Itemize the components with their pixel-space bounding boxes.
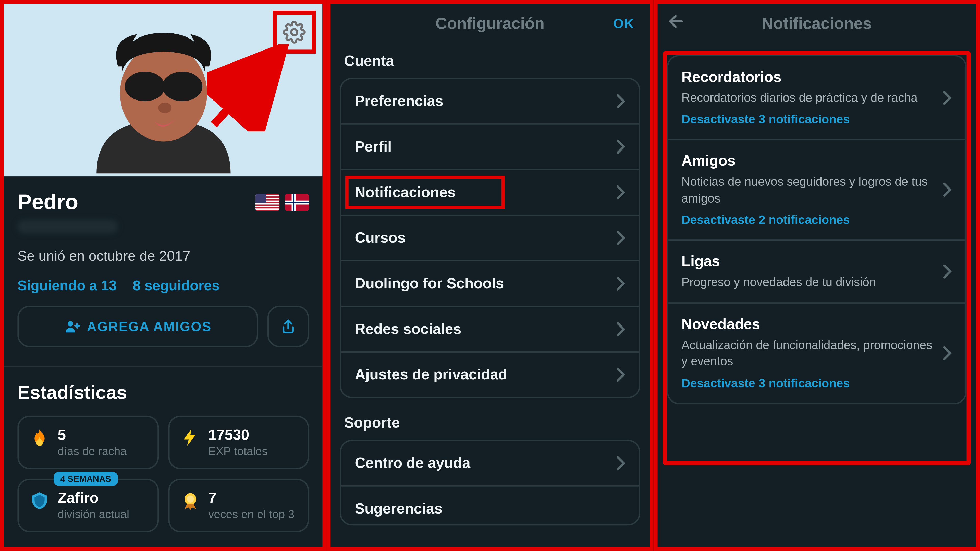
notif-desc: Recordatorios diarios de práctica y de r… bbox=[681, 90, 933, 106]
notif-status: Desactivaste 3 notificaciones bbox=[681, 376, 933, 391]
stat-top3[interactable]: 7veces en el top 3 bbox=[168, 478, 309, 532]
stat-label: veces en el top 3 bbox=[208, 508, 294, 522]
row-label: Centro de ayuda bbox=[355, 454, 616, 472]
avatar bbox=[69, 19, 257, 176]
medal-icon bbox=[180, 491, 200, 511]
chevron-right-icon bbox=[616, 185, 625, 200]
row-preferences[interactable]: Preferencias bbox=[342, 79, 638, 123]
divider bbox=[4, 366, 323, 367]
section-account-label: Cuenta bbox=[331, 43, 649, 78]
svg-point-20 bbox=[67, 321, 73, 327]
row-profile[interactable]: Perfil bbox=[342, 124, 638, 169]
stat-value: 17530 bbox=[208, 426, 268, 444]
notif-status: Desactivaste 3 notificaciones bbox=[681, 113, 933, 127]
stats-heading: Estadísticas bbox=[18, 382, 309, 403]
notif-row-reminders[interactable]: Recordatorios Recordatorios diarios de p… bbox=[668, 56, 965, 139]
notif-row-news[interactable]: Novedades Actualización de funcionalidad… bbox=[668, 303, 965, 403]
notif-status: Desactivaste 2 notificaciones bbox=[681, 213, 933, 227]
notif-row-leagues[interactable]: Ligas Progreso y novedades de tu divisió… bbox=[668, 239, 965, 303]
notif-title: Ligas bbox=[681, 252, 933, 270]
row-courses[interactable]: Cursos bbox=[342, 214, 638, 260]
row-schools[interactable]: Duolingo for Schools bbox=[342, 260, 638, 306]
row-label: Preferencias bbox=[355, 93, 616, 110]
svg-rect-12 bbox=[256, 205, 280, 206]
chevron-right-icon bbox=[616, 140, 625, 154]
stat-league[interactable]: 4 SEMANAS Zafirodivisión actual bbox=[18, 478, 159, 532]
row-label: Duolingo for Schools bbox=[355, 275, 616, 292]
chevron-right-icon bbox=[942, 264, 952, 279]
chevron-right-icon bbox=[616, 276, 625, 291]
svg-rect-14 bbox=[256, 193, 266, 203]
stat-label: días de racha bbox=[58, 445, 127, 459]
notif-desc: Noticias de nuevos seguidores y logros d… bbox=[681, 174, 933, 206]
user-name: Pedro bbox=[18, 190, 78, 214]
row-label: Redes sociales bbox=[355, 321, 616, 338]
gear-icon bbox=[283, 21, 306, 43]
chevron-right-icon bbox=[616, 456, 625, 471]
add-friends-button[interactable]: AGREGA AMIGOS bbox=[18, 306, 258, 347]
notifications-card: Recordatorios Recordatorios diarios de p… bbox=[667, 55, 967, 404]
row-label: Notificaciones bbox=[355, 184, 616, 201]
shield-icon bbox=[30, 491, 50, 511]
row-label: Sugerencias bbox=[355, 500, 625, 517]
username-handle-blurred bbox=[18, 220, 118, 233]
stat-value: 7 bbox=[208, 489, 294, 507]
league-badge: 4 SEMANAS bbox=[54, 472, 118, 486]
svg-rect-11 bbox=[256, 203, 280, 204]
following-link[interactable]: Siguiendo a 13 bbox=[18, 278, 117, 293]
support-card: Centro de ayuda Sugerencias bbox=[340, 440, 640, 526]
followers-link[interactable]: 8 seguidores bbox=[133, 278, 220, 293]
chevron-right-icon bbox=[616, 94, 625, 109]
account-card: Preferencias Perfil Notificaciones Curso… bbox=[340, 78, 640, 398]
svg-rect-13 bbox=[256, 208, 280, 210]
avatar-area bbox=[4, 4, 323, 176]
svg-rect-5 bbox=[162, 83, 166, 88]
stat-xp[interactable]: 17530EXP totales bbox=[168, 416, 309, 469]
svg-point-3 bbox=[124, 72, 165, 101]
back-button[interactable] bbox=[667, 12, 686, 35]
chevron-right-icon bbox=[942, 90, 952, 105]
notifications-panel: Notificaciones Recordatorios Recordatori… bbox=[653, 0, 980, 551]
notif-title: Novedades bbox=[681, 316, 933, 333]
settings-header: Configuración OK bbox=[331, 4, 649, 43]
notifications-title: Notificaciones bbox=[762, 14, 872, 33]
chevron-right-icon bbox=[616, 230, 625, 245]
add-friends-label: AGREGA AMIGOS bbox=[87, 319, 212, 334]
settings-button[interactable] bbox=[273, 11, 316, 54]
add-user-icon bbox=[64, 318, 80, 334]
flag-no-icon bbox=[285, 193, 309, 211]
stat-label: división actual bbox=[58, 508, 129, 522]
settings-panel: Configuración OK Cuenta Preferencias Per… bbox=[327, 0, 653, 551]
settings-title: Configuración bbox=[435, 14, 544, 33]
chevron-right-icon bbox=[616, 367, 625, 382]
share-button[interactable] bbox=[268, 306, 309, 347]
ok-button[interactable]: OK bbox=[613, 16, 635, 31]
svg-point-22 bbox=[186, 495, 194, 503]
arrow-left-icon bbox=[667, 12, 686, 31]
stat-streak[interactable]: 5días de racha bbox=[18, 416, 159, 469]
chevron-right-icon bbox=[942, 346, 952, 361]
row-social[interactable]: Redes sociales bbox=[342, 306, 638, 351]
follow-stats: Siguiendo a 13 8 seguidores bbox=[18, 278, 309, 294]
notif-title: Recordatorios bbox=[681, 68, 933, 86]
chevron-right-icon bbox=[616, 322, 625, 337]
bolt-icon bbox=[180, 427, 200, 448]
flag-list bbox=[256, 193, 309, 211]
row-help[interactable]: Centro de ayuda bbox=[342, 441, 638, 485]
fire-icon bbox=[30, 427, 50, 448]
flag-us-icon bbox=[256, 193, 280, 211]
row-notifications[interactable]: Notificaciones bbox=[342, 169, 638, 214]
stat-value: Zafiro bbox=[58, 489, 129, 507]
notif-row-friends[interactable]: Amigos Noticias de nuevos seguidores y l… bbox=[668, 139, 965, 239]
row-privacy[interactable]: Ajustes de privacidad bbox=[342, 351, 638, 397]
stat-value: 5 bbox=[58, 426, 127, 444]
stat-label: EXP totales bbox=[208, 445, 268, 459]
notifications-header: Notificaciones bbox=[657, 4, 976, 43]
notif-title: Amigos bbox=[681, 152, 933, 170]
section-support-label: Soporte bbox=[331, 405, 649, 440]
row-suggestions[interactable]: Sugerencias bbox=[342, 485, 638, 524]
notif-desc: Progreso y novedades de tu división bbox=[681, 274, 933, 290]
svg-point-0 bbox=[291, 29, 298, 35]
profile-panel: Pedro Se unió en octubre de 2017 Siguien… bbox=[0, 0, 327, 551]
joined-date: Se unió en octubre de 2017 bbox=[18, 248, 309, 264]
